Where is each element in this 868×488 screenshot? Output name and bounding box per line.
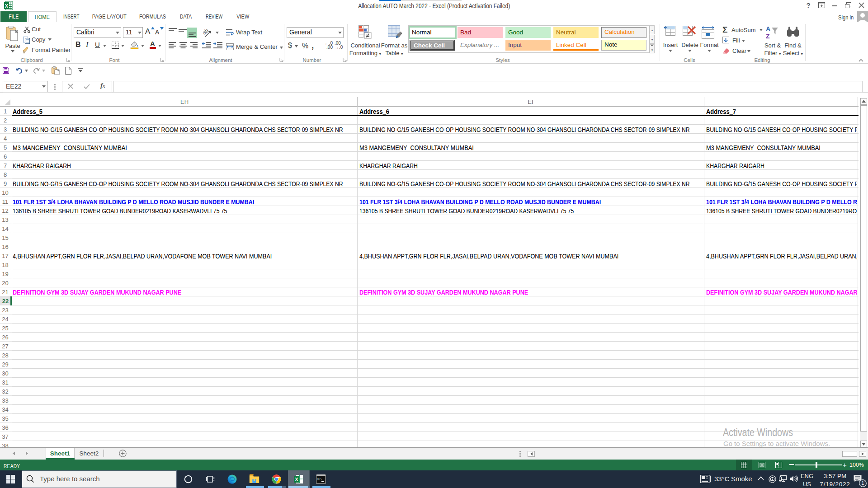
svg-text:C:\: C:\	[317, 478, 322, 481]
svg-text:A: A	[766, 25, 770, 33]
svg-text:X: X	[295, 477, 298, 482]
svg-text:ab: ab	[203, 28, 210, 36]
svg-text:1: 1	[862, 480, 864, 486]
svg-text:X: X	[5, 3, 9, 9]
svg-text:Z: Z	[766, 33, 770, 40]
